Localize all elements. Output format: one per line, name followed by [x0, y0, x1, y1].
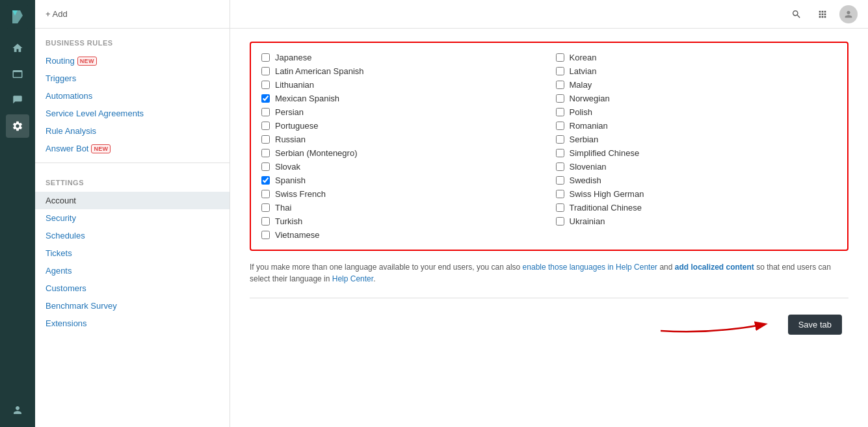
sidebar-item-rule-analysis[interactable]: Rule Analysis	[35, 122, 230, 140]
sidebar-item-schedules[interactable]: Schedules	[35, 227, 230, 244]
lang-label-romanian[interactable]: Romanian	[570, 121, 608, 131]
lang-checkbox-serbian[interactable]	[556, 135, 564, 144]
lang-label-ukrainian[interactable]: Ukrainian	[570, 216, 605, 226]
lang-label-spanish[interactable]: Spanish	[275, 175, 306, 185]
lang-checkbox-latin-american-spanish[interactable]	[261, 67, 270, 75]
lang-checkbox-ukrainian[interactable]	[556, 217, 564, 226]
lang-item-turkish: Turkish	[261, 214, 543, 228]
lang-label-slovenian[interactable]: Slovenian	[570, 162, 607, 172]
lang-item-persian: Persian	[261, 105, 543, 119]
lang-label-simplified-chinese[interactable]: Simplified Chinese	[570, 148, 640, 158]
lang-checkbox-thai[interactable]	[261, 203, 270, 212]
lang-label-korean[interactable]: Korean	[570, 53, 597, 62]
reports-icon[interactable]	[6, 88, 29, 112]
info-text: If you make more than one language avail…	[250, 261, 848, 285]
logo[interactable]	[6, 5, 29, 29]
lang-checkbox-swiss-high-german[interactable]	[556, 190, 564, 198]
lang-label-malay[interactable]: Malay	[570, 80, 592, 90]
localized-content-link[interactable]: add localized content	[675, 263, 754, 272]
lang-checkbox-japanese[interactable]	[261, 53, 270, 62]
sidebar-item-benchmark-survey[interactable]: Benchmark Survey	[35, 297, 230, 315]
lang-checkbox-traditional-chinese[interactable]	[556, 203, 564, 212]
sidebar-item-customers[interactable]: Customers	[35, 279, 230, 297]
sidebar-item-automations[interactable]: Automations	[35, 87, 230, 105]
apps-icon[interactable]	[813, 5, 832, 23]
lang-item-simplified-chinese: Simplified Chinese	[556, 146, 837, 160]
lang-checkbox-persian[interactable]	[261, 108, 270, 116]
lang-checkbox-lithuanian[interactable]	[261, 81, 270, 89]
business-rules-title: BUSINESS RULES	[35, 29, 230, 52]
sidebar-item-tickets[interactable]: Tickets	[35, 244, 230, 262]
lang-checkbox-malay[interactable]	[556, 81, 564, 89]
lang-label-swedish[interactable]: Swedish	[570, 175, 601, 185]
content-divider	[250, 298, 848, 298]
add-button[interactable]: + Add	[46, 9, 68, 19]
sidebar-item-agents[interactable]: Agents	[35, 262, 230, 279]
lang-checkbox-vietnamese[interactable]	[261, 231, 270, 239]
help-center-link-1[interactable]: enable those languages in Help Center	[523, 263, 657, 272]
lang-item-swiss-high-german: Swiss High German	[556, 187, 837, 201]
lang-checkbox-simplified-chinese[interactable]	[556, 149, 564, 157]
lang-label-lithuanian[interactable]: Lithuanian	[275, 80, 314, 90]
settings-icon[interactable]	[6, 114, 29, 138]
lang-checkbox-portuguese[interactable]	[261, 122, 270, 130]
lang-label-thai[interactable]: Thai	[275, 203, 291, 213]
lang-label-swiss-french[interactable]: Swiss French	[275, 189, 326, 199]
sidebar-topbar: + Add	[35, 0, 230, 29]
lang-checkbox-norwegian[interactable]	[556, 94, 564, 103]
lang-label-mexican-spanish[interactable]: Mexican Spanish	[275, 94, 339, 103]
lang-label-serbian-montenegro[interactable]: Serbian (Montenegro)	[275, 148, 357, 158]
sidebar-item-extensions[interactable]: Extensions	[35, 315, 230, 332]
lang-label-traditional-chinese[interactable]: Traditional Chinese	[570, 203, 642, 213]
user-avatar[interactable]	[839, 5, 858, 23]
lang-checkbox-spanish[interactable]	[261, 176, 270, 185]
lang-label-turkish[interactable]: Turkish	[275, 216, 302, 226]
lang-item-russian: Russian	[261, 133, 543, 146]
lang-checkbox-russian[interactable]	[261, 135, 270, 144]
lang-checkbox-swiss-french[interactable]	[261, 190, 270, 198]
business-rules-links: RoutingNEWTriggersAutomationsService Lev…	[35, 52, 230, 157]
lang-checkbox-turkish[interactable]	[261, 217, 270, 226]
lang-left-column: JapaneseLatin American SpanishLithuanian…	[261, 51, 543, 242]
sidebar-item-sla[interactable]: Service Level Agreements	[35, 105, 230, 122]
lang-label-slovak[interactable]: Slovak	[275, 162, 300, 172]
sidebar-item-routing[interactable]: RoutingNEW	[35, 52, 230, 70]
sidebar-item-answer-bot[interactable]: Answer BotNEW	[35, 140, 230, 157]
lang-item-latvian: Latvian	[556, 64, 837, 78]
lang-item-portuguese: Portuguese	[261, 119, 543, 133]
lang-checkbox-romanian[interactable]	[556, 122, 564, 130]
lang-label-latin-american-spanish[interactable]: Latin American Spanish	[275, 66, 364, 76]
lang-item-norwegian: Norwegian	[556, 92, 837, 105]
lang-checkbox-mexican-spanish[interactable]	[261, 94, 270, 103]
help-center-link-2[interactable]: Help Center	[332, 274, 373, 283]
lang-checkbox-polish[interactable]	[556, 108, 564, 116]
lang-label-serbian[interactable]: Serbian	[570, 135, 599, 144]
save-tab-button[interactable]: Save tab	[788, 315, 842, 335]
lang-checkbox-latvian[interactable]	[556, 67, 564, 75]
sidebar-item-triggers[interactable]: Triggers	[35, 70, 230, 87]
lang-label-vietnamese[interactable]: Vietnamese	[275, 230, 319, 240]
lang-checkbox-korean[interactable]	[556, 53, 564, 62]
lang-label-norwegian[interactable]: Norwegian	[570, 94, 610, 103]
sidebar-item-account[interactable]: Account	[35, 192, 230, 209]
home-icon[interactable]	[6, 36, 29, 60]
lang-label-persian[interactable]: Persian	[275, 107, 304, 117]
lang-label-russian[interactable]: Russian	[275, 135, 306, 144]
sidebar-item-security[interactable]: Security	[35, 209, 230, 227]
lang-item-malay: Malay	[556, 78, 837, 92]
lang-label-latvian[interactable]: Latvian	[570, 66, 597, 76]
lang-item-swiss-french: Swiss French	[261, 187, 543, 201]
lang-label-portuguese[interactable]: Portuguese	[275, 121, 319, 131]
lang-checkbox-slovak[interactable]	[261, 162, 270, 171]
lang-checkbox-swedish[interactable]	[556, 176, 564, 185]
lang-label-japanese[interactable]: Japanese	[275, 53, 311, 62]
lang-label-swiss-high-german[interactable]: Swiss High German	[570, 189, 644, 199]
lang-right-column: KoreanLatvianMalayNorwegianPolishRomania…	[556, 51, 837, 242]
search-icon[interactable]	[787, 5, 806, 23]
tickets-icon[interactable]	[6, 62, 29, 86]
lang-checkbox-serbian-montenegro[interactable]	[261, 149, 270, 157]
lang-checkbox-slovenian[interactable]	[556, 162, 564, 171]
lang-label-polish[interactable]: Polish	[570, 107, 592, 117]
settings-links: AccountSecuritySchedulesTicketsAgentsCus…	[35, 192, 230, 332]
user-icon[interactable]	[6, 398, 29, 422]
